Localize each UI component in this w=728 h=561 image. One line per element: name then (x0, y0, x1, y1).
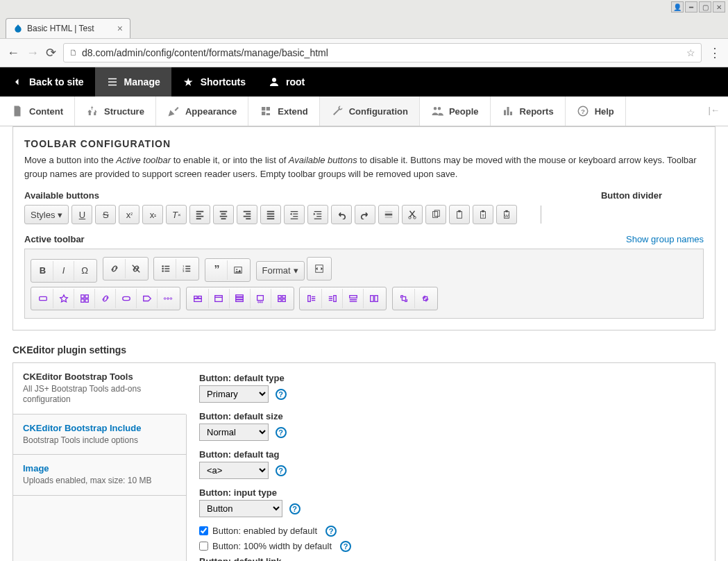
menu-extend[interactable]: Extend (248, 97, 319, 126)
format-dropdown[interactable]: Format ▾ (256, 261, 305, 280)
menu-help[interactable]: ? Help (566, 97, 626, 126)
bs-col-full-button[interactable] (343, 289, 364, 308)
help-icon[interactable]: ? (276, 427, 287, 438)
browser-menu-icon[interactable]: ⋮ (709, 45, 721, 60)
help-icon[interactable]: ? (289, 503, 300, 514)
bs-button-button[interactable] (33, 289, 53, 308)
vtab-bootstrap-tools[interactable]: CKEditor Bootstrap Tools All JS+ Bootstr… (13, 363, 187, 415)
strikethrough-button[interactable]: S (95, 205, 116, 224)
nav-back[interactable]: ← (7, 46, 19, 60)
site-info-icon[interactable]: 🗋 (69, 48, 78, 58)
bs-maximize-button[interactable] (394, 289, 415, 308)
align-center-button[interactable] (213, 205, 234, 224)
user-tab[interactable]: root (257, 67, 316, 97)
window-minimize[interactable]: ━ (685, 1, 697, 12)
url-bar[interactable]: 🗋 d8.com/admin/config/content/formats/ma… (63, 43, 702, 62)
help-icon[interactable]: ? (340, 541, 351, 552)
nav-reload[interactable]: ⟳ (46, 45, 56, 60)
default-size-select[interactable]: Normal (199, 424, 269, 441)
paste-text-button[interactable]: T (473, 205, 493, 224)
special-char-button[interactable]: Ω (74, 261, 95, 280)
align-justify-button[interactable] (260, 205, 281, 224)
button-divider[interactable] (541, 206, 541, 224)
bs-gallery-button[interactable] (271, 289, 292, 308)
bs-label-button[interactable] (137, 289, 158, 308)
help-icon[interactable]: ? (276, 465, 287, 476)
bs-col-split-button[interactable] (364, 289, 384, 308)
browser-tab[interactable]: Basic HTML | Test × (6, 18, 130, 38)
svg-point-15 (162, 268, 164, 270)
bs-panel-button[interactable] (209, 289, 230, 308)
fullwidth-checkbox[interactable] (199, 542, 208, 551)
window-close[interactable]: ✕ (713, 1, 725, 12)
copy-button[interactable] (425, 205, 446, 224)
content-scroll-area[interactable]: TOOLBAR CONFIGURATION Move a button into… (0, 126, 728, 561)
bs-breadcrumb-button[interactable] (158, 289, 178, 308)
svg-rect-6 (457, 212, 462, 219)
styles-dropdown[interactable]: Styles ▾ (24, 205, 69, 224)
tab-close-icon[interactable]: × (117, 23, 123, 34)
bs-icon-button[interactable] (53, 289, 74, 308)
bs-badge-button[interactable] (116, 289, 137, 308)
menu-reports[interactable]: Reports (491, 97, 566, 126)
help-icon[interactable]: ? (276, 389, 287, 400)
bs-carousel-button[interactable] (251, 289, 271, 308)
bs-minimize-button[interactable] (415, 289, 436, 308)
subscript-button[interactable]: x₂ (142, 205, 163, 224)
bulleted-list-button[interactable] (155, 259, 176, 278)
paste-word-button[interactable]: W (496, 205, 517, 224)
outdent-button[interactable] (284, 205, 305, 224)
hr-button[interactable] (378, 205, 399, 224)
default-type-select[interactable]: Primary (199, 385, 269, 403)
bs-tabs-button[interactable] (188, 289, 209, 308)
input-type-select[interactable]: Button (199, 500, 282, 517)
numbered-list-button[interactable]: 123 (176, 259, 197, 278)
bold-button[interactable]: B (33, 261, 53, 280)
window-maximize[interactable]: ▢ (699, 1, 711, 12)
menu-structure[interactable]: Structure (75, 97, 156, 126)
caret-down-icon: ▾ (58, 210, 62, 220)
remove-format-button[interactable]: T× (166, 205, 187, 224)
manage-tab[interactable]: Manage (95, 67, 171, 97)
help-icon[interactable]: ? (325, 526, 337, 537)
svg-rect-9 (482, 210, 485, 212)
bs-col-right-button[interactable] (322, 289, 343, 308)
italic-button[interactable]: I (53, 261, 74, 280)
shortcuts-tab[interactable]: ★ Shortcuts (171, 67, 257, 97)
user-menu-btn[interactable]: 👤 (671, 1, 684, 12)
unlink-button[interactable] (126, 259, 146, 278)
show-group-names-link[interactable]: Show group names (626, 234, 704, 244)
cut-button[interactable] (402, 205, 423, 224)
bs-grid-button[interactable] (74, 289, 95, 308)
superscript-button[interactable]: x² (119, 205, 139, 224)
align-left-button[interactable] (189, 205, 210, 224)
toolbar-orientation-toggle[interactable]: |← (700, 97, 728, 126)
menu-configuration[interactable]: Configuration (320, 97, 420, 126)
vtab-image[interactable]: Image Uploads enabled, max size: 10 MB (13, 455, 186, 496)
blockquote-button[interactable]: ” (207, 260, 228, 280)
enabled-checkbox[interactable] (199, 526, 208, 535)
image-button[interactable] (228, 260, 248, 280)
undo-button[interactable] (331, 205, 352, 224)
indent-button[interactable] (307, 205, 328, 224)
vtab-bootstrap-include[interactable]: CKEditor Bootstrap Include Bootstrap Too… (13, 415, 186, 455)
back-to-site[interactable]: Back to site (0, 67, 95, 97)
url-text: d8.com/admin/config/content/formats/mana… (82, 47, 328, 58)
menu-appearance[interactable]: Appearance (156, 97, 248, 126)
align-right-button[interactable] (237, 205, 257, 224)
paste-button[interactable] (449, 205, 470, 224)
menu-people[interactable]: People (420, 97, 491, 126)
available-buttons-label: Available buttons (24, 190, 99, 201)
default-tag-select[interactable]: <a> (199, 462, 269, 479)
menu-content[interactable]: Content (0, 97, 75, 126)
active-toolbar[interactable]: B I Ω 123 ” Format ▾ (24, 249, 704, 319)
link-button[interactable] (105, 259, 126, 278)
redo-button[interactable] (355, 205, 375, 224)
bs-link-button[interactable] (95, 289, 116, 308)
source-button[interactable] (309, 259, 330, 278)
bs-col-left-button[interactable] (301, 289, 322, 308)
underline-button[interactable]: U (71, 205, 92, 224)
bookmark-star-icon[interactable]: ☆ (686, 47, 695, 58)
default-type-label: Button: default type (199, 373, 702, 383)
bs-accordion-button[interactable] (230, 289, 251, 308)
